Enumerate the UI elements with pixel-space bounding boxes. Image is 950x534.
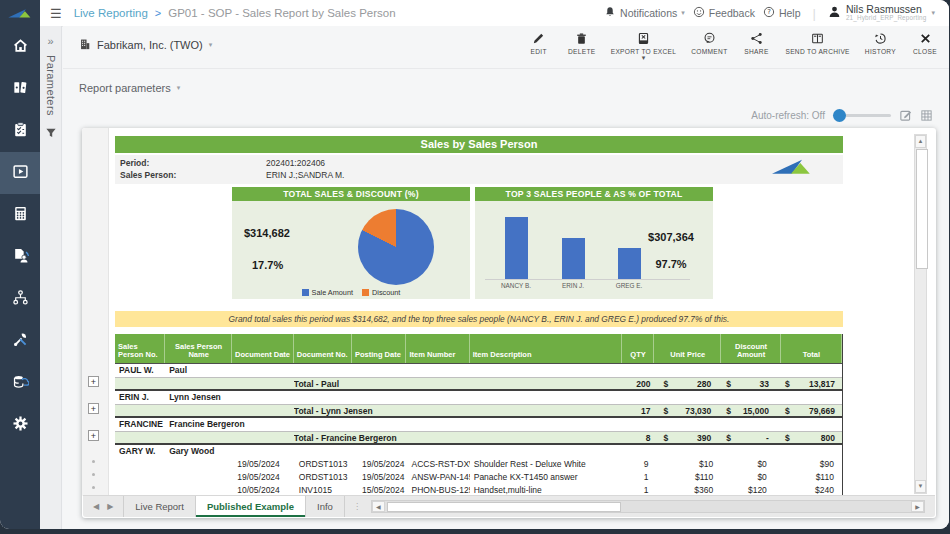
sheet-tab-info[interactable]: Info (306, 496, 345, 517)
scroll-down-icon[interactable]: ▼ (915, 480, 926, 493)
scroll-right-icon[interactable]: ▶ (911, 501, 924, 512)
bar-nancy-b- (505, 217, 528, 279)
action-toolbar: EDITDELETEEXPORT TO EXCEL▾COMMENTSHARESE… (525, 31, 939, 60)
bar-callout-percent: 97.7% (631, 258, 711, 270)
checklist-icon (12, 121, 29, 142)
menu-icon[interactable]: ☰ (50, 6, 62, 21)
chevron-down-icon: ▾ (931, 9, 935, 17)
feedback-button[interactable]: Feedback (693, 6, 755, 20)
column-header: Document Date (232, 334, 294, 363)
expand-group-button[interactable]: + (88, 430, 99, 441)
action-label: COMMENT (691, 48, 727, 55)
horizontal-scroll-thumb[interactable] (387, 502, 621, 512)
table-cell: $73,030 (654, 405, 721, 416)
sidebar-item-document-user[interactable] (0, 236, 40, 278)
report-title: Sales by Sales Person (115, 136, 843, 153)
report-parameters-toggle[interactable]: Report parameters ▾ (79, 82, 180, 94)
sidebar-item-calculator[interactable] (0, 194, 40, 236)
summary-banner: Grand total sales this period was $314,6… (115, 311, 843, 327)
help-button[interactable]: ? Help (763, 6, 801, 20)
table-cell: $280 (654, 378, 721, 389)
delete-button[interactable]: DELETE (568, 31, 596, 60)
svg-text:?: ? (767, 8, 771, 16)
bar-chart-title: TOP 3 SALES PEOPLE & AS % OF TOTAL (475, 187, 713, 201)
sidebar-item-home[interactable] (0, 26, 40, 68)
outline-gutter: + + + (82, 128, 109, 496)
report-sheet: Sales by Sales Person Period: 202401:202… (115, 136, 843, 496)
history-button[interactable]: HISTORY (865, 31, 896, 60)
expand-group-button[interactable]: + (88, 403, 99, 414)
sidebar-item-data-cloud[interactable] (0, 362, 40, 404)
sidebar-item-settings-gear[interactable] (0, 404, 40, 446)
main-content: Fabrikam, Inc. (TWO) ▾ EDITDELETEEXPORT … (63, 26, 949, 529)
scroll-left-icon[interactable]: ◀ (372, 501, 385, 512)
table-row-name: GARY W.Gary Wood (115, 445, 842, 458)
share-button[interactable]: SHARE (742, 31, 770, 60)
vertical-scrollbar[interactable]: ▲ ▼ (914, 134, 927, 494)
breadcrumb-root[interactable]: Live Reporting (74, 7, 148, 19)
horizontal-scrollbar[interactable]: ◀ ▶ (371, 500, 925, 513)
sidebar-item-report-viewer[interactable] (0, 152, 40, 194)
sidebar-item-checklist[interactable] (0, 110, 40, 152)
comment-button[interactable]: COMMENT (691, 31, 727, 60)
history-icon (874, 31, 887, 45)
table-row-name: PAUL W.Paul (115, 364, 842, 377)
bar-chart-panel: TOP 3 SALES PEOPLE & AS % OF TOTAL $307,… (475, 187, 713, 299)
bar-greg-e- (618, 248, 641, 279)
user-org: 21_Hybrid_ERP_Reporting (846, 15, 927, 22)
sidebar-item-hierarchy[interactable] (0, 278, 40, 320)
table-cell: $110 (654, 471, 721, 484)
app-logo[interactable] (0, 0, 40, 26)
table-cell: Total - Paul (294, 378, 622, 389)
column-header: Sales Person No. (115, 334, 165, 363)
pencil-icon (532, 31, 545, 45)
smiley-icon (693, 6, 705, 20)
table-cell: $13,817 (781, 378, 842, 389)
grid-view-icon[interactable] (920, 109, 933, 122)
tab-bar-drag-handle[interactable]: ⋮ (345, 496, 369, 517)
app-window: ☰ Live Reporting > GP01 - SOP - Sales Re… (0, 0, 949, 529)
send-to-archive-button[interactable]: SEND TO ARCHIVE (785, 31, 849, 60)
pie-callout-percent: 17.7% (252, 259, 283, 271)
action-label: DELETE (568, 48, 595, 55)
auto-refresh-slider[interactable] (833, 109, 891, 122)
tab-scroll-left-icon[interactable]: ◀ (93, 502, 99, 511)
table-cell: $0 (721, 471, 781, 484)
company-name: Fabrikam, Inc. (TWO) (97, 39, 203, 51)
notifications-button[interactable]: Notifications ▾ (604, 6, 685, 20)
column-header: Item Description (470, 334, 622, 363)
filter-funnel-icon[interactable] (45, 125, 57, 143)
scroll-up-icon[interactable]: ▲ (915, 135, 926, 148)
export-excel-icon (637, 31, 650, 45)
company-selector[interactable]: Fabrikam, Inc. (TWO) ▾ (79, 38, 212, 52)
table-cell (115, 378, 294, 389)
table-cell: ORDST1013 (294, 471, 352, 484)
close-button[interactable]: CLOSE (911, 31, 939, 60)
table-cell (115, 471, 165, 484)
table-cell (115, 458, 165, 471)
edit-button[interactable]: EDIT (525, 31, 553, 60)
tools-icon (12, 331, 29, 352)
table-cell: 19/05/2024 (232, 471, 294, 484)
vertical-scroll-thumb[interactable] (916, 149, 928, 269)
export-to-excel-button[interactable]: EXPORT TO EXCEL▾ (611, 31, 677, 60)
table-cell: $15,000 (721, 405, 781, 416)
edit-layout-icon[interactable] (899, 109, 912, 122)
tab-scroll-right-icon[interactable]: ▶ (107, 502, 113, 511)
expand-panel-icon[interactable]: » (47, 36, 53, 47)
table-row-detail: 19/05/2024ORDST101319/05/2024ANSW-PAN-14… (115, 471, 842, 484)
table-cell: $390 (654, 432, 721, 443)
building-icon (79, 38, 91, 52)
user-menu[interactable]: Nils Rasmussen 21_Hybrid_ERP_Reporting ▾ (828, 4, 935, 22)
sheet-tab-published-example[interactable]: Published Example (196, 496, 306, 517)
sidebar-item-tools[interactable] (0, 320, 40, 362)
table-cell: $10 (654, 458, 721, 471)
table-cell: 1 (622, 471, 655, 484)
report-viewer: + + + Sales by Sales Person Period: 2024… (82, 128, 936, 518)
settings-gear-icon (12, 415, 29, 436)
sidebar-item-binders[interactable] (0, 68, 40, 110)
sheet-tab-live-report[interactable]: Live Report (123, 496, 196, 517)
expand-group-button[interactable]: + (88, 376, 99, 387)
table-cell: Gary Wood (165, 445, 842, 458)
bar-category-label: GREG E. (603, 282, 655, 289)
